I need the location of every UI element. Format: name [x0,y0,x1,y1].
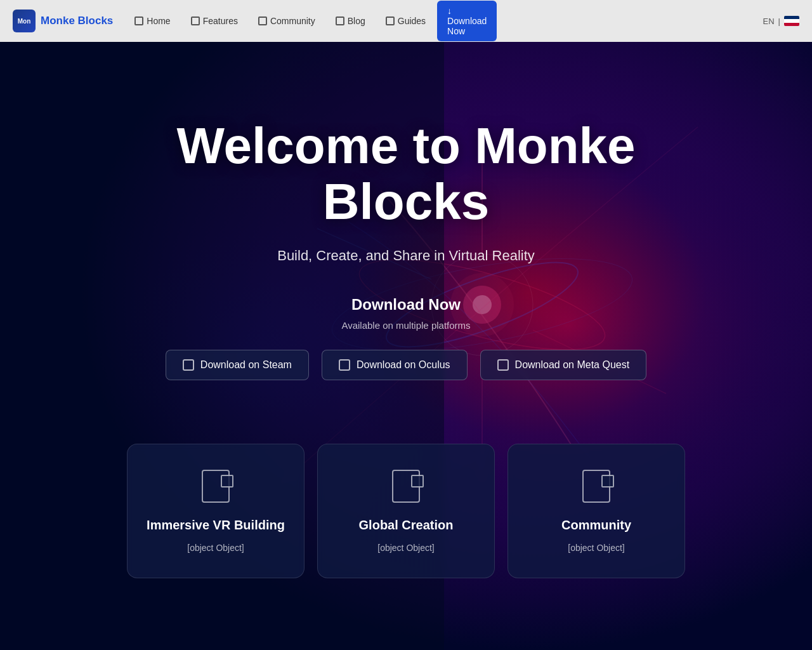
nav-item-home[interactable]: Home [126,11,179,31]
feature-desc-1: [object Object] [336,541,476,555]
nav-item-blog[interactable]: Blog [327,11,374,31]
meta-button-label: Download on Meta Quest [515,359,630,371]
feature-cards: Immersive VR Building [object Object] Gl… [0,444,812,578]
meta-icon [497,359,509,371]
steam-icon [183,359,194,371]
nav-item-features[interactable]: Features [182,11,247,31]
community-feature-icon [582,470,610,503]
nav-download-button[interactable]: ↓ Download Now [437,1,497,41]
blog-icon [336,17,344,25]
nav-item-blog-label: Blog [348,16,365,26]
hero-title: Welcome to Monke Blocks [168,118,644,230]
hero-download-heading: Download Now [0,296,812,314]
nav-items: Home Features Community Blog Guides ↓ Do… [126,1,497,41]
globe-icon [392,470,420,503]
logo-image: Mon [13,10,36,32]
nav-item-community-label: Community [270,16,315,26]
meta-download-button[interactable]: Download on Meta Quest [480,350,647,380]
guides-icon [386,17,395,25]
home-icon [134,17,143,25]
lang-flag [784,16,799,26]
nav-item-guides-label: Guides [398,16,426,26]
feature-card-community: Community [object Object] [508,444,685,578]
lang-label: EN [763,17,775,26]
features-icon [191,17,200,25]
navbar: Mon Monke Blocks Home Features Community… [0,0,812,42]
nav-item-community[interactable]: Community [249,11,324,31]
nav-logo[interactable]: Mon Monke Blocks [13,10,113,32]
logo-text: Monke Blocks [41,15,113,27]
nav-item-home-label: Home [147,16,170,26]
download-buttons: Download on Steam Download on Oculus Dow… [0,350,812,380]
language-selector[interactable]: EN | [763,16,799,26]
oculus-button-label: Download on Oculus [357,359,450,371]
feature-desc-2: [object Object] [526,541,667,555]
community-nav-icon [258,17,267,25]
nav-item-features-label: Features [203,16,238,26]
hero-available-text: Available on multiple platforms [0,320,812,331]
hero-section: Welcome to Monke Blocks Build, Create, a… [0,0,812,650]
vr-block-icon [202,470,230,503]
feature-title-0: Immersive VR Building [145,518,286,533]
steam-button-label: Download on Steam [200,359,292,371]
steam-download-button[interactable]: Download on Steam [166,350,309,380]
hero-content: Welcome to Monke Blocks Build, Create, a… [0,42,812,578]
oculus-download-button[interactable]: Download on Oculus [322,350,468,380]
nav-item-guides[interactable]: Guides [377,11,435,31]
nav-download-label: ↓ Download Now [447,6,487,36]
feature-card-vr: Immersive VR Building [object Object] [127,444,304,578]
feature-title-1: Global Creation [336,518,476,533]
feature-card-creation: Global Creation [object Object] [317,444,495,578]
feature-title-2: Community [526,518,667,533]
hero-subtitle: Build, Create, and Share in Virtual Real… [0,248,812,264]
feature-desc-0: [object Object] [145,541,286,555]
oculus-icon [339,359,350,371]
logo-abbr: Mon [18,18,31,25]
